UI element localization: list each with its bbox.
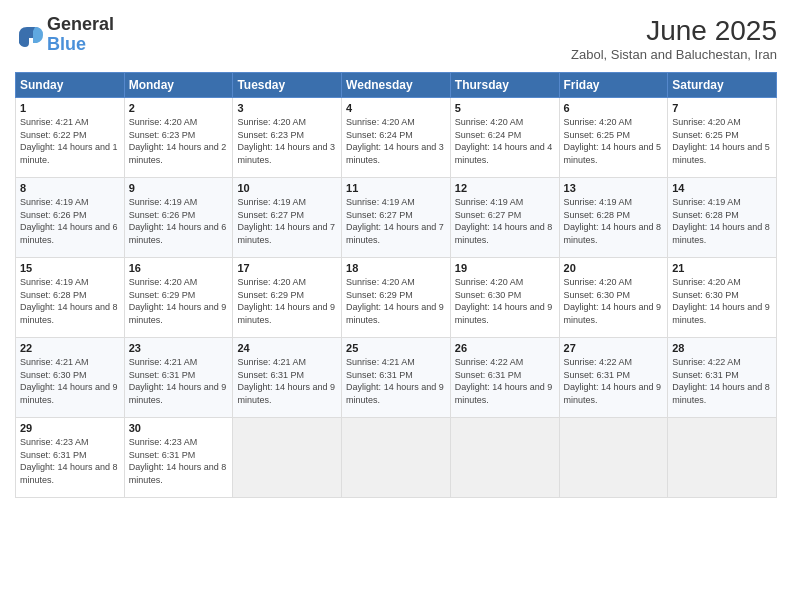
day-info: Sunrise: 4:22 AMSunset: 6:31 PMDaylight:… [672,356,772,406]
calendar-cell: 19Sunrise: 4:20 AMSunset: 6:30 PMDayligh… [450,258,559,338]
day-number: 17 [237,262,337,274]
logo-text: General Blue [47,15,114,55]
day-number: 22 [20,342,120,354]
day-info: Sunrise: 4:20 AMSunset: 6:29 PMDaylight:… [129,276,229,326]
logo: General Blue [15,15,114,55]
location: Zabol, Sistan and Baluchestan, Iran [571,47,777,62]
calendar-cell: 29Sunrise: 4:23 AMSunset: 6:31 PMDayligh… [16,418,125,498]
day-info: Sunrise: 4:19 AMSunset: 6:27 PMDaylight:… [237,196,337,246]
day-number: 13 [564,182,664,194]
day-info: Sunrise: 4:20 AMSunset: 6:29 PMDaylight:… [346,276,446,326]
day-number: 1 [20,102,120,114]
day-number: 4 [346,102,446,114]
calendar-cell: 8Sunrise: 4:19 AMSunset: 6:26 PMDaylight… [16,178,125,258]
day-header-wednesday: Wednesday [342,73,451,98]
day-number: 10 [237,182,337,194]
calendar-cell: 1Sunrise: 4:21 AMSunset: 6:22 PMDaylight… [16,98,125,178]
calendar-cell: 11Sunrise: 4:19 AMSunset: 6:27 PMDayligh… [342,178,451,258]
calendar-cell: 9Sunrise: 4:19 AMSunset: 6:26 PMDaylight… [124,178,233,258]
day-number: 3 [237,102,337,114]
day-info: Sunrise: 4:19 AMSunset: 6:26 PMDaylight:… [129,196,229,246]
calendar-cell: 15Sunrise: 4:19 AMSunset: 6:28 PMDayligh… [16,258,125,338]
day-number: 12 [455,182,555,194]
calendar-cell [450,418,559,498]
day-info: Sunrise: 4:20 AMSunset: 6:30 PMDaylight:… [672,276,772,326]
day-info: Sunrise: 4:19 AMSunset: 6:27 PMDaylight:… [346,196,446,246]
day-number: 25 [346,342,446,354]
week-row-1: 1Sunrise: 4:21 AMSunset: 6:22 PMDaylight… [16,98,777,178]
week-row-3: 15Sunrise: 4:19 AMSunset: 6:28 PMDayligh… [16,258,777,338]
day-info: Sunrise: 4:20 AMSunset: 6:25 PMDaylight:… [564,116,664,166]
calendar-cell: 6Sunrise: 4:20 AMSunset: 6:25 PMDaylight… [559,98,668,178]
day-number: 15 [20,262,120,274]
calendar-cell: 23Sunrise: 4:21 AMSunset: 6:31 PMDayligh… [124,338,233,418]
day-number: 29 [20,422,120,434]
calendar-cell: 12Sunrise: 4:19 AMSunset: 6:27 PMDayligh… [450,178,559,258]
day-number: 2 [129,102,229,114]
day-number: 21 [672,262,772,274]
calendar-cell: 25Sunrise: 4:21 AMSunset: 6:31 PMDayligh… [342,338,451,418]
day-number: 14 [672,182,772,194]
calendar-cell: 2Sunrise: 4:20 AMSunset: 6:23 PMDaylight… [124,98,233,178]
logo-icon [15,21,43,49]
day-info: Sunrise: 4:20 AMSunset: 6:29 PMDaylight:… [237,276,337,326]
month-year: June 2025 [571,15,777,47]
day-info: Sunrise: 4:21 AMSunset: 6:30 PMDaylight:… [20,356,120,406]
calendar-cell: 30Sunrise: 4:23 AMSunset: 6:31 PMDayligh… [124,418,233,498]
calendar-cell [559,418,668,498]
week-row-4: 22Sunrise: 4:21 AMSunset: 6:30 PMDayligh… [16,338,777,418]
calendar-cell: 4Sunrise: 4:20 AMSunset: 6:24 PMDaylight… [342,98,451,178]
calendar-cell: 24Sunrise: 4:21 AMSunset: 6:31 PMDayligh… [233,338,342,418]
day-number: 9 [129,182,229,194]
day-info: Sunrise: 4:22 AMSunset: 6:31 PMDaylight:… [564,356,664,406]
day-info: Sunrise: 4:23 AMSunset: 6:31 PMDaylight:… [20,436,120,486]
day-header-tuesday: Tuesday [233,73,342,98]
day-number: 30 [129,422,229,434]
day-info: Sunrise: 4:20 AMSunset: 6:24 PMDaylight:… [346,116,446,166]
day-number: 18 [346,262,446,274]
day-number: 7 [672,102,772,114]
calendar-cell: 20Sunrise: 4:20 AMSunset: 6:30 PMDayligh… [559,258,668,338]
calendar-cell: 13Sunrise: 4:19 AMSunset: 6:28 PMDayligh… [559,178,668,258]
calendar-cell [233,418,342,498]
day-info: Sunrise: 4:19 AMSunset: 6:28 PMDaylight:… [20,276,120,326]
day-info: Sunrise: 4:22 AMSunset: 6:31 PMDaylight:… [455,356,555,406]
calendar-cell [342,418,451,498]
day-number: 23 [129,342,229,354]
calendar-cell: 14Sunrise: 4:19 AMSunset: 6:28 PMDayligh… [668,178,777,258]
logo-line2: Blue [47,34,86,54]
calendar-cell: 21Sunrise: 4:20 AMSunset: 6:30 PMDayligh… [668,258,777,338]
title-block: June 2025 Zabol, Sistan and Baluchestan,… [571,15,777,62]
day-info: Sunrise: 4:20 AMSunset: 6:23 PMDaylight:… [237,116,337,166]
week-row-2: 8Sunrise: 4:19 AMSunset: 6:26 PMDaylight… [16,178,777,258]
day-number: 20 [564,262,664,274]
day-info: Sunrise: 4:20 AMSunset: 6:23 PMDaylight:… [129,116,229,166]
day-info: Sunrise: 4:19 AMSunset: 6:28 PMDaylight:… [564,196,664,246]
calendar-cell: 28Sunrise: 4:22 AMSunset: 6:31 PMDayligh… [668,338,777,418]
calendar-cell: 5Sunrise: 4:20 AMSunset: 6:24 PMDaylight… [450,98,559,178]
day-header-monday: Monday [124,73,233,98]
day-number: 8 [20,182,120,194]
day-info: Sunrise: 4:20 AMSunset: 6:30 PMDaylight:… [564,276,664,326]
week-row-5: 29Sunrise: 4:23 AMSunset: 6:31 PMDayligh… [16,418,777,498]
day-number: 19 [455,262,555,274]
day-info: Sunrise: 4:21 AMSunset: 6:31 PMDaylight:… [237,356,337,406]
day-number: 16 [129,262,229,274]
day-info: Sunrise: 4:20 AMSunset: 6:30 PMDaylight:… [455,276,555,326]
calendar-cell: 7Sunrise: 4:20 AMSunset: 6:25 PMDaylight… [668,98,777,178]
calendar-cell: 10Sunrise: 4:19 AMSunset: 6:27 PMDayligh… [233,178,342,258]
day-number: 11 [346,182,446,194]
calendar-table: SundayMondayTuesdayWednesdayThursdayFrid… [15,72,777,498]
day-info: Sunrise: 4:21 AMSunset: 6:31 PMDaylight:… [129,356,229,406]
header: General Blue June 2025 Zabol, Sistan and… [15,15,777,62]
page: General Blue June 2025 Zabol, Sistan and… [0,0,792,612]
calendar-cell: 22Sunrise: 4:21 AMSunset: 6:30 PMDayligh… [16,338,125,418]
calendar-cell: 18Sunrise: 4:20 AMSunset: 6:29 PMDayligh… [342,258,451,338]
day-info: Sunrise: 4:21 AMSunset: 6:31 PMDaylight:… [346,356,446,406]
day-number: 24 [237,342,337,354]
day-info: Sunrise: 4:21 AMSunset: 6:22 PMDaylight:… [20,116,120,166]
day-number: 26 [455,342,555,354]
day-info: Sunrise: 4:20 AMSunset: 6:24 PMDaylight:… [455,116,555,166]
day-number: 6 [564,102,664,114]
calendar-cell: 27Sunrise: 4:22 AMSunset: 6:31 PMDayligh… [559,338,668,418]
